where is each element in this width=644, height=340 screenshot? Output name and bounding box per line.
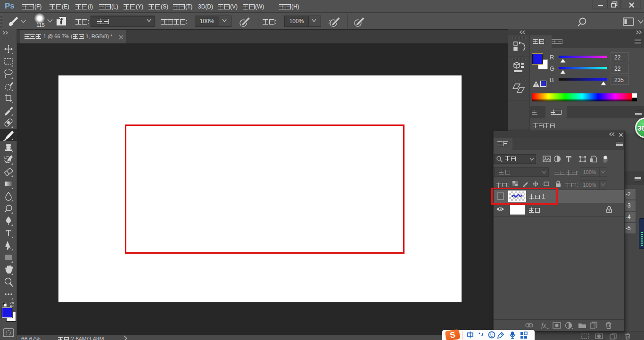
- svg-text:fx: fx: [541, 322, 546, 329]
- svg-text:T: T: [6, 228, 11, 238]
